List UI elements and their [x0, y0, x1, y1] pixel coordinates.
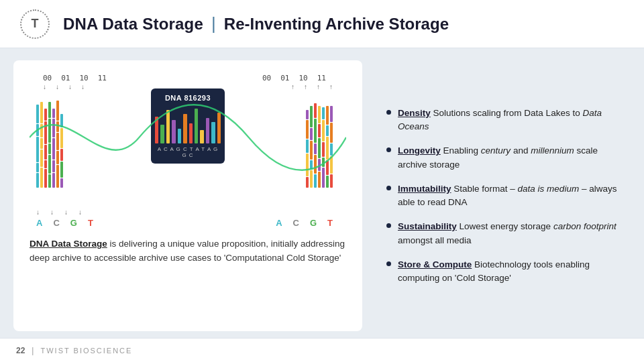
- binary-01: 01: [61, 74, 70, 82]
- arrow: ↓: [78, 208, 82, 216]
- barcode-col-3: [44, 109, 47, 188]
- base-a-left: A: [36, 218, 42, 228]
- term-density: Density: [398, 108, 431, 118]
- text-sustainability-1: Lowest energy storage: [460, 221, 553, 231]
- binary-labels-right: 00 01 10 11: [262, 74, 326, 82]
- logo: T: [20, 9, 50, 39]
- base-t-right: T: [327, 218, 333, 228]
- left-barcode-strips: [36, 94, 63, 188]
- bullet-store-compute: Store & Compute Biotechnology tools enab…: [386, 258, 624, 286]
- italic-century: century: [481, 145, 511, 156]
- arrow: ↓: [81, 83, 85, 90]
- bullet-dot-longevity: [386, 147, 391, 152]
- barcode-col-r1: [306, 110, 309, 188]
- italic-immutability: data is medium: [518, 184, 580, 194]
- bullet-density: Density Solutions scaling from Data Lake…: [386, 107, 624, 134]
- binary-10r: 10: [299, 74, 308, 82]
- barcode-col-r7: [330, 106, 333, 188]
- bullet-text-store-compute: Store & Compute Biotechnology tools enab…: [398, 258, 624, 286]
- dna-description-link: DNA Data Storage: [30, 239, 107, 249]
- text-longevity-1: Enabling: [443, 145, 481, 156]
- binary-10: 10: [80, 74, 89, 82]
- bullet-text-immutability: Immutability Stable format – data is med…: [398, 182, 624, 210]
- main-content: ↓ ↓ ↓ ↓ 00 01 10 11 00 01 10 11 ↑ ↑ ↑: [0, 48, 644, 338]
- barcode-col-r5: [322, 107, 325, 188]
- barcode-col-4: [48, 102, 51, 188]
- dna-description: DNA Data Storage is delivering a unique …: [30, 237, 346, 265]
- binary-11: 11: [98, 74, 107, 82]
- bullet-dot-density: [386, 110, 391, 115]
- barcode-col-r2: [310, 106, 313, 188]
- logo-letter: T: [32, 17, 39, 31]
- barcode-col-r4: [318, 106, 321, 188]
- base-c-right: C: [293, 218, 299, 228]
- arrows-top-right: ↑ ↑ ↑ ↑: [291, 83, 333, 90]
- base-t-left: T: [88, 218, 93, 228]
- italic-sustainability: carbon footprint: [553, 221, 616, 231]
- arrow: ↑: [329, 83, 333, 90]
- barcode-col-5: [52, 109, 55, 188]
- barcode-col-2: [40, 102, 43, 188]
- term-immutability: Immutability: [398, 184, 451, 194]
- arrow: ↑: [291, 83, 294, 90]
- header-subtitle: Re-Inventing Archive Storage: [224, 15, 449, 34]
- text-sustainability-2: amongst all media: [398, 235, 472, 245]
- term-longevity: Longevity: [398, 145, 441, 156]
- bullet-text-density: Density Solutions scaling from Data Lake…: [398, 107, 624, 134]
- base-a-right: A: [276, 218, 282, 228]
- footer: 22 | TWIST BIOSCIENCE: [0, 338, 644, 362]
- footer-page-number: 22: [16, 346, 25, 355]
- barcode-col-r6: [326, 106, 329, 188]
- right-panel: Density Solutions scaling from Data Lake…: [374, 60, 631, 331]
- left-panel: ↓ ↓ ↓ ↓ 00 01 10 11 00 01 10 11 ↑ ↑ ↑: [13, 60, 362, 331]
- header-title: DNA Data Storage: [63, 15, 203, 34]
- arrow: ↓: [36, 208, 40, 216]
- bullet-sustainability: Sustainability Lowest energy storage car…: [386, 220, 624, 247]
- barcode-col-1: [36, 105, 39, 188]
- barcode-col-r3: [314, 103, 317, 188]
- base-c-left: C: [53, 218, 59, 228]
- term-sustainability: Sustainability: [398, 221, 457, 231]
- dna-sequence: A C A G C T A T A G G C: [155, 146, 221, 158]
- arrow: ↓: [56, 83, 59, 90]
- dna-center-label: DNA 816293: [155, 94, 221, 102]
- binary-00r: 00: [262, 74, 271, 82]
- arrow: ↓: [68, 83, 72, 90]
- dna-visualization: ↓ ↓ ↓ ↓ 00 01 10 11 00 01 10 11 ↑ ↑ ↑: [30, 74, 346, 228]
- header: T DNA Data Storage | Re-Inventing Archiv…: [0, 0, 644, 48]
- bullet-dot-sustainability: [386, 223, 391, 228]
- bullet-dot-store-compute: [386, 261, 391, 266]
- arrows-top-left: ↓ ↓ ↓ ↓: [43, 83, 85, 90]
- binary-01r: 01: [280, 74, 289, 82]
- bullet-immutability: Immutability Stable format – data is med…: [386, 182, 624, 210]
- binary-00: 00: [43, 74, 52, 82]
- arrow: ↓: [64, 208, 68, 216]
- base-labels-left: A C G T: [36, 218, 93, 228]
- term-store-compute: Store & Compute: [398, 259, 472, 269]
- base-labels-right: A C G T: [276, 218, 333, 228]
- header-divider: |: [211, 13, 216, 34]
- text-immutability-1: Stable format –: [453, 184, 517, 194]
- binary-11r: 11: [317, 74, 326, 82]
- arrow: ↓: [50, 208, 54, 216]
- bullet-text-sustainability: Sustainability Lowest energy storage car…: [398, 220, 624, 247]
- footer-brand: TWIST BIOSCIENCE: [40, 347, 132, 355]
- base-g-right: G: [310, 218, 317, 228]
- barcode-col-6: [56, 101, 59, 188]
- bullet-text-longevity: Longevity Enabling century and millenniu…: [398, 144, 624, 172]
- footer-divider: |: [32, 346, 34, 355]
- bullet-longevity: Longevity Enabling century and millenniu…: [386, 144, 624, 172]
- bullet-dot-immutability: [386, 186, 391, 190]
- italic-millennium: millennium: [531, 145, 574, 156]
- arrow: ↑: [317, 83, 320, 90]
- dna-bars: [155, 106, 221, 143]
- text-density: Solutions scaling from Data Lakes to: [433, 108, 583, 118]
- binary-labels-left: 00 01 10 11: [43, 74, 107, 82]
- text-longevity-2: and: [513, 145, 531, 156]
- base-g-left: G: [70, 218, 77, 228]
- barcode-col-7: [60, 114, 63, 188]
- right-barcode-strips: [306, 94, 333, 188]
- arrows-bottom-left: ↓ ↓ ↓ ↓: [36, 208, 82, 216]
- arrow: ↓: [43, 83, 46, 90]
- dna-center-box: DNA 816293 A C A G C T A T A G G C: [151, 88, 225, 164]
